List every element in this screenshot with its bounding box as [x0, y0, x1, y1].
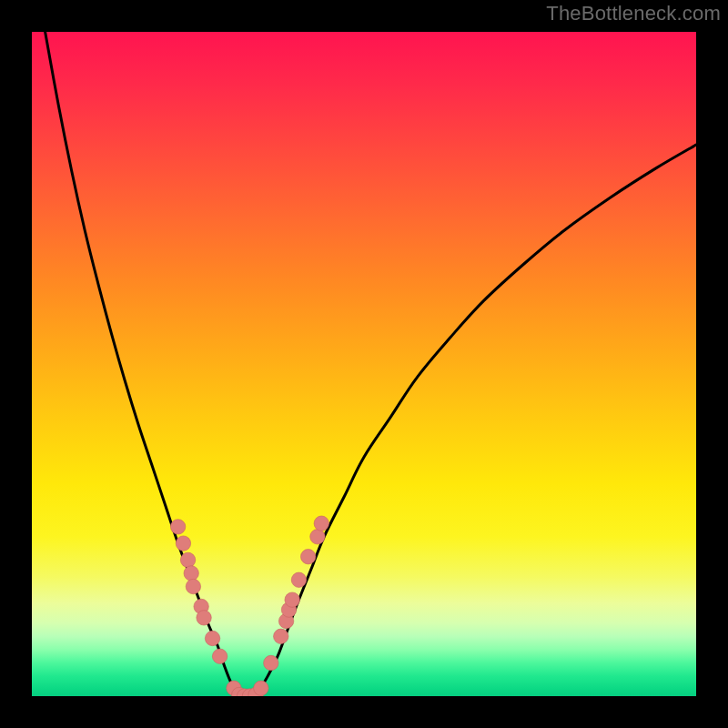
sample-dot: [180, 552, 195, 567]
sample-dot: [176, 536, 190, 551]
sample-dot: [184, 566, 198, 581]
sample-dot: [254, 681, 268, 695]
sample-dot: [291, 572, 306, 587]
sample-dot: [186, 579, 200, 593]
sample-dot: [212, 649, 227, 663]
sample-dot: [205, 631, 219, 645]
plot-area: [32, 32, 696, 696]
bottleneck-curves: [46, 32, 696, 696]
sample-dot: [197, 611, 211, 625]
sample-dot: [285, 592, 299, 607]
sample-dots: [170, 516, 329, 696]
sample-dot: [274, 629, 288, 643]
sample-dot: [314, 516, 329, 531]
sample-dot: [310, 530, 325, 544]
sample-dot: [170, 520, 185, 534]
watermark-text: TheBottleneck.com: [546, 2, 721, 25]
sample-dot: [300, 550, 315, 564]
outer-frame: TheBottleneck.com: [0, 0, 728, 728]
curve-right-curve: [258, 145, 696, 693]
sample-dot: [264, 655, 278, 670]
curve-left-curve: [46, 32, 238, 693]
curve-layer: [32, 32, 696, 696]
